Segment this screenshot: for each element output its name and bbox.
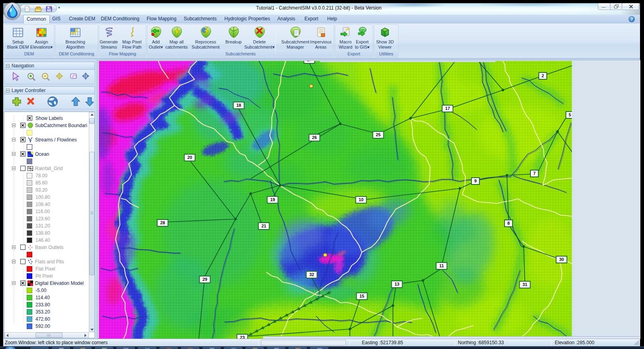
svg-text:13: 13 xyxy=(395,282,399,286)
svg-text:28: 28 xyxy=(160,220,165,225)
svg-text:17: 17 xyxy=(445,106,450,111)
svg-text:26: 26 xyxy=(312,135,317,140)
svg-text:32: 32 xyxy=(309,272,314,277)
svg-text:30: 30 xyxy=(559,257,564,262)
svg-text:7: 7 xyxy=(533,171,536,176)
svg-text:29: 29 xyxy=(202,277,207,282)
svg-text:10: 10 xyxy=(359,197,363,202)
svg-text:21: 21 xyxy=(261,224,266,228)
svg-text:23: 23 xyxy=(240,335,245,339)
svg-text:20: 20 xyxy=(187,155,192,160)
svg-text:18: 18 xyxy=(236,103,241,108)
svg-text:11: 11 xyxy=(439,263,444,268)
svg-text:8: 8 xyxy=(507,221,510,225)
svg-text:9: 9 xyxy=(474,178,477,183)
svg-text:5: 5 xyxy=(569,112,571,117)
svg-text:19: 19 xyxy=(270,197,275,202)
svg-text:31: 31 xyxy=(522,282,527,287)
svg-text:27: 27 xyxy=(307,61,312,62)
svg-text:25: 25 xyxy=(376,132,381,137)
svg-text:2: 2 xyxy=(542,73,544,78)
svg-text:15: 15 xyxy=(359,294,364,298)
